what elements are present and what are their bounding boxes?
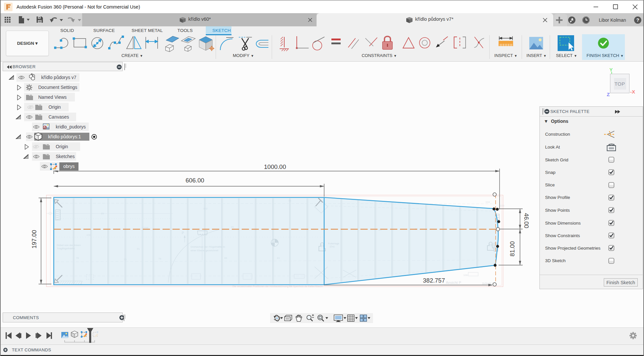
svg-text:46.00: 46.00 (523, 213, 530, 228)
svg-text:?: ? (636, 17, 639, 23)
svg-text:1000.00: 1000.00 (264, 163, 286, 170)
svg-text:103: 103 (500, 204, 505, 207)
svg-text:77: 77 (289, 285, 291, 288)
svg-text:382.757: 382.757 (423, 277, 445, 284)
svg-text:81.00: 81.00 (509, 241, 516, 256)
svg-text:606.00: 606.00 (186, 177, 204, 184)
svg-text:Die verzeichneten Positionen: Die verzeichneten Positionen der Holzbez… (232, 285, 322, 288)
svg-text:106: 106 (463, 274, 468, 277)
svg-text:104: 104 (485, 201, 490, 204)
svg-text:197.00: 197.00 (31, 230, 38, 249)
svg-text:Ansicht P: Ansicht P (446, 281, 461, 285)
